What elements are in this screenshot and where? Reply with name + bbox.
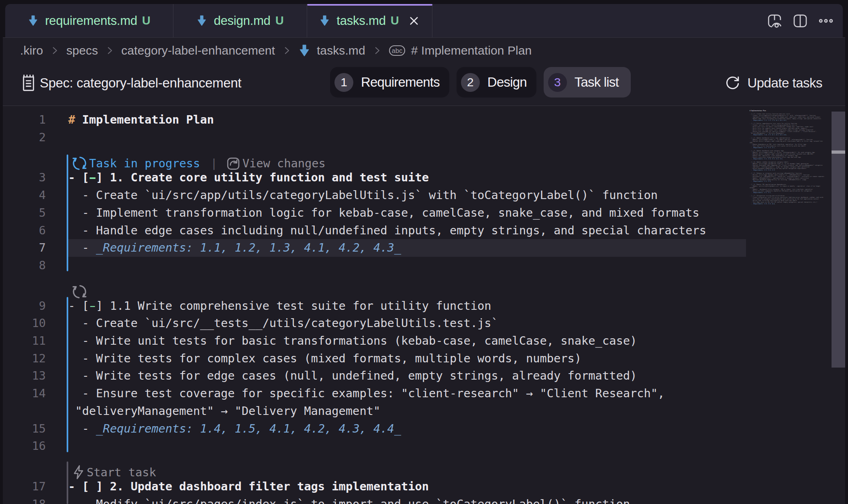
code-line: 18 - Modify `ui/src/pages/index.js` to i… xyxy=(3,496,845,504)
vertical-scrollbar[interactable] xyxy=(832,106,845,504)
code-line: 5 - Implement transformation logic for k… xyxy=(3,204,845,222)
scrollbar-thumb[interactable] xyxy=(832,112,845,368)
minimap-line: - _Requirements: 2.1, 2.3, 3.1, 3.2, 3.3… xyxy=(750,158,759,160)
step-label: Task list xyxy=(575,75,619,90)
line-number: 4 xyxy=(3,187,46,204)
line-number: 12 xyxy=(3,350,46,368)
minimap-line: # Implementation Plan xyxy=(750,110,759,112)
line-number: 13 xyxy=(3,367,46,385)
code-line: 9- [-] 1.1 Write comprehensive test suit… xyxy=(3,297,845,315)
minimap-content: # Implementation Plan - [-] 1. Create co… xyxy=(750,110,759,205)
scrollbar-cursor-marker xyxy=(832,150,845,154)
breadcrumb-symbol[interactable]: # Implementation Plan xyxy=(411,44,532,57)
chevron-right-icon xyxy=(104,45,115,56)
update-tasks-button[interactable]: Update tasks xyxy=(724,61,822,106)
line-number: 2 xyxy=(3,129,46,146)
line-number: 6 xyxy=(3,222,46,240)
line-number: 8 xyxy=(3,257,46,274)
clipboard-icon xyxy=(21,73,36,93)
tab-tasks.md[interactable]: tasks.mdU xyxy=(307,4,432,37)
code-line: 16 xyxy=(3,437,845,455)
code-text: - Write tests for edge cases (null, unde… xyxy=(68,367,637,385)
more-actions-icon[interactable] xyxy=(818,13,834,29)
spec-step-task-list[interactable]: 3 Task list xyxy=(544,67,631,98)
open-preview-icon[interactable] xyxy=(766,13,783,29)
header-bars: .kirospecscategory-label-enhancement tas… xyxy=(3,37,845,106)
spec-bar: Spec: category-label-enhancement 1 Requi… xyxy=(3,61,845,106)
code-text: - Handle edge cases including null/undef… xyxy=(68,222,706,240)
line-number: 7 xyxy=(3,239,46,257)
code-text: - _Requirements: 1.4, 1.5, 4.1, 4.2, 4.3… xyxy=(68,420,401,438)
split-editor-icon[interactable] xyxy=(792,13,808,29)
minimap-line: - _Requirements: 1.4, 1.5, 4.1, 4.2, 4.3… xyxy=(750,134,759,136)
line-number: 9 xyxy=(3,297,46,315)
code-text: - [ ] 2. Update dashboard filter tags im… xyxy=(68,478,429,496)
git-status-badge: U xyxy=(275,14,284,27)
code-text: - Modify `ui/src/pages/index.js` to impo… xyxy=(68,496,630,504)
editor-actions xyxy=(766,4,834,37)
code-editor[interactable]: 1# Implementation Plan2 Task in progress… xyxy=(3,106,845,504)
svg-text:abc: abc xyxy=(391,47,402,54)
code-line: 6 - Handle edge cases including null/und… xyxy=(3,222,845,240)
line-number: 11 xyxy=(3,332,46,350)
line-number: 16 xyxy=(3,437,46,455)
line-number: 17 xyxy=(3,478,46,496)
code-line: 13 - Write tests for edge cases (null, u… xyxy=(3,367,845,385)
code-line: 2 xyxy=(3,129,845,146)
task-range-bar-blue xyxy=(67,154,69,271)
spec-title: Spec: category-label-enhancement xyxy=(40,75,241,91)
tab-filename: design.md xyxy=(214,14,270,28)
line-number: 15 xyxy=(3,420,46,438)
line-number: 1 xyxy=(3,111,46,129)
spec-title-group: Spec: category-label-enhancement xyxy=(21,61,241,106)
code-line: 4 - Create `ui/src/app/utils/categoryLab… xyxy=(3,187,845,204)
breadcrumb-file[interactable]: tasks.md xyxy=(317,44,365,57)
code-line: 1# Implementation Plan xyxy=(3,111,845,129)
code-line: 7 - _Requirements: 1.1, 1.2, 1.3, 4.1, 4… xyxy=(3,239,845,257)
code-line: 3- [-] 1. Create core utility function a… xyxy=(3,169,845,187)
minimap[interactable]: # Implementation Plan - [-] 1. Create co… xyxy=(750,110,832,311)
breadcrumb: .kirospecscategory-label-enhancement tas… xyxy=(20,41,532,61)
code-line: 8 xyxy=(3,257,845,274)
code-line: 15 - _Requirements: 1.4, 1.5, 4.1, 4.2, … xyxy=(3,420,845,438)
task-range-bar-grey xyxy=(67,461,69,504)
code-text: - Implement transformation logic for keb… xyxy=(68,204,699,222)
code-text: - Ensure test coverage for specific exam… xyxy=(68,385,665,402)
tab-design.md[interactable]: design.mdU xyxy=(173,4,307,37)
minimap-line: - _Requirements: 2.1, 2.3, 3.1_ xyxy=(750,147,759,148)
active-tab-indicator xyxy=(307,4,432,6)
code-lens: Task in progress| View changes xyxy=(3,146,845,169)
line-number: 3 xyxy=(3,169,46,187)
symbol-string-icon: abc xyxy=(389,45,406,57)
line-number: 14 xyxy=(3,385,46,402)
step-label: Requirements xyxy=(361,75,440,90)
chevron-right-icon xyxy=(372,45,382,56)
view-changes-lens[interactable]: View changes xyxy=(243,156,326,170)
breadcrumb-item[interactable]: category-label-enhancement xyxy=(121,44,275,57)
code-line: "deliveryManagement" → "Delivery Managem… xyxy=(3,402,845,420)
markdown-icon xyxy=(196,15,207,26)
tab-requirements.md[interactable]: requirements.mdU xyxy=(5,4,173,37)
update-tasks-label: Update tasks xyxy=(747,75,822,91)
lens-divider: | xyxy=(200,156,225,170)
spec-step-requirements[interactable]: 1 Requirements xyxy=(330,67,449,98)
minimap-line: - _Requirements: 2.1, 2.2, 2.3_ xyxy=(750,169,759,171)
breadcrumb-item[interactable]: .kiro xyxy=(20,44,43,57)
minimap-line: - _Requirements: 2.3, 3.3, 4.4_ xyxy=(750,203,759,205)
editor-tab-bar: requirements.mdU design.mdU tasks.mdU xyxy=(5,4,843,37)
code-line: 17- [ ] 2. Update dashboard filter tags … xyxy=(3,478,845,496)
code-text: - Create `ui/src/__tests__/utils/categor… xyxy=(68,315,498,332)
tabs-row: requirements.mdU design.mdU tasks.mdU xyxy=(5,4,843,37)
breadcrumb-item[interactable]: specs xyxy=(66,44,98,57)
start-task-lens[interactable]: Start task xyxy=(87,465,156,479)
markdown-icon xyxy=(28,15,39,26)
task-in-progress-lens[interactable]: Task in progress xyxy=(89,156,200,170)
step-number-badge: 2 xyxy=(461,73,480,92)
spec-step-design[interactable]: 2 Design xyxy=(457,67,536,98)
code-text: - _Requirements: 1.1, 1.2, 1.3, 4.1, 4.2… xyxy=(68,239,401,257)
step-label: Design xyxy=(487,75,527,90)
code-text: "deliveryManagement" → "Delivery Managem… xyxy=(68,402,380,420)
minimap-line: - _Requirements: 1.1, 1.2, 1.3, 4.1, 4.2… xyxy=(750,120,759,121)
close-tab-icon[interactable] xyxy=(408,15,420,27)
markdown-icon xyxy=(298,44,310,57)
